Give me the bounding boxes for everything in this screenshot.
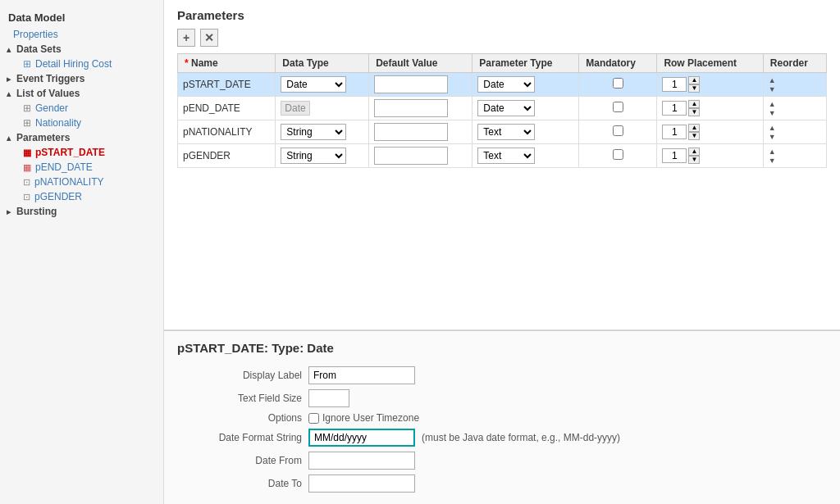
- row2-param-type[interactable]: Date Text: [472, 97, 579, 120]
- row4-spinner-down[interactable]: ▼: [688, 156, 700, 164]
- row4-row-placement[interactable]: ▲ ▼: [657, 144, 763, 168]
- table-row[interactable]: pGENDER String Date Text Date: [178, 144, 827, 168]
- row1-param-type-select[interactable]: Date Text: [477, 76, 535, 93]
- table-row[interactable]: pNATIONALITY String Date Text Date: [178, 120, 827, 144]
- row3-placement-input[interactable]: [662, 125, 687, 139]
- row4-spinner-up[interactable]: ▲: [688, 148, 700, 156]
- sidebar-item-pgender[interactable]: ⊡ pGENDER: [0, 189, 163, 204]
- row1-placement-input[interactable]: [662, 77, 687, 92]
- sidebar-item-list-of-values[interactable]: ▴ List of Values: [0, 86, 163, 101]
- row4-mandatory-checkbox[interactable]: [613, 149, 623, 160]
- row4-default-input[interactable]: [374, 147, 448, 165]
- row2-reorder-down[interactable]: ▼: [769, 109, 821, 117]
- row4-reorder-up[interactable]: ▲: [769, 148, 821, 156]
- row3-spinner-up[interactable]: ▲: [688, 124, 700, 132]
- sidebar-item-data-sets[interactable]: ▴ Data Sets: [0, 42, 163, 57]
- parameters-table: * Name Data Type Default Value Parameter…: [177, 53, 827, 168]
- row3-mandatory-checkbox[interactable]: [613, 125, 623, 136]
- row2-spinner-up[interactable]: ▲: [688, 100, 700, 108]
- row3-row-placement[interactable]: ▲ ▼: [657, 120, 763, 144]
- sidebar-item-pend-date[interactable]: ▦ pEND_DATE: [0, 160, 163, 175]
- row2-default-input[interactable]: [374, 99, 448, 117]
- row4-name: pGENDER: [178, 144, 276, 168]
- text-field-size-input[interactable]: [308, 389, 349, 407]
- date-from-row: Date From: [177, 452, 827, 470]
- detail-title: pSTART_DATE: Type: Date: [177, 341, 827, 358]
- detail-hiring-cost-label: Detail Hiring Cost: [35, 58, 112, 70]
- row4-param-type-select[interactable]: Text Date: [477, 148, 535, 164]
- display-label-row: Display Label: [177, 366, 827, 384]
- date-from-input[interactable]: [308, 452, 415, 470]
- options-row: Options Ignore User Timezone: [177, 412, 827, 424]
- row2-data-type-disabled: Date: [281, 101, 309, 116]
- row1-reorder-down[interactable]: ▼: [769, 85, 821, 93]
- row1-reorder: ▲ ▼: [763, 73, 826, 97]
- row2-row-placement[interactable]: ▲ ▼: [657, 97, 763, 120]
- row2-placement-input[interactable]: [662, 101, 687, 116]
- row2-spinner-btns: ▲ ▼: [688, 100, 700, 116]
- table-row[interactable]: pSTART_DATE Date String Date Text: [178, 73, 827, 97]
- sidebar-item-bursting[interactable]: ▸ Bursting: [0, 204, 163, 219]
- row1-mandatory-checkbox[interactable]: [613, 78, 623, 89]
- lov-icon-nationality: ⊞: [23, 117, 31, 129]
- row2-spinner-down[interactable]: ▼: [688, 108, 700, 116]
- row2-mandatory-checkbox[interactable]: [613, 102, 623, 112]
- row1-spinner-up[interactable]: ▲: [688, 76, 700, 84]
- display-label-input[interactable]: [308, 366, 415, 384]
- row4-reorder: ▲ ▼: [763, 144, 826, 168]
- sidebar-item-pnationality[interactable]: ⊡ pNATIONALITY: [0, 175, 163, 189]
- ignore-timezone-checkbox[interactable]: [308, 413, 319, 424]
- row1-mandatory[interactable]: [579, 73, 657, 97]
- sidebar-item-detail-hiring-cost[interactable]: ⊞ Detail Hiring Cost: [0, 57, 163, 71]
- row2-param-type-select[interactable]: Date Text: [477, 100, 535, 116]
- remove-parameter-button[interactable]: ✕: [200, 29, 218, 47]
- row2-mandatory[interactable]: [579, 97, 657, 120]
- col-parameter-type: Parameter Type: [472, 54, 579, 73]
- row1-spinner-down[interactable]: ▼: [688, 84, 700, 93]
- sidebar-item-properties[interactable]: Properties: [0, 27, 163, 42]
- toolbar: + ✕: [177, 29, 827, 47]
- row3-reorder-down[interactable]: ▼: [769, 133, 821, 141]
- row3-param-type[interactable]: Text Date: [472, 120, 579, 144]
- date-format-input[interactable]: [308, 429, 415, 447]
- row3-default-value[interactable]: [369, 120, 472, 144]
- sidebar-item-parameters[interactable]: ▴ Parameters: [0, 130, 163, 145]
- row1-default-value[interactable]: [369, 73, 472, 97]
- row3-mandatory[interactable]: [579, 120, 657, 144]
- row3-data-type[interactable]: String Date: [276, 120, 369, 144]
- row2-default-value[interactable]: [369, 97, 472, 120]
- row1-reorder-up[interactable]: ▲: [769, 76, 821, 84]
- row4-spinner-btns: ▲ ▼: [688, 148, 700, 164]
- date-to-input[interactable]: [308, 474, 415, 493]
- row1-param-type[interactable]: Date Text: [472, 73, 579, 97]
- row2-reorder-up[interactable]: ▲: [769, 100, 821, 108]
- pgender-label: pGENDER: [34, 191, 82, 202]
- row3-spinner-btns: ▲ ▼: [688, 124, 700, 140]
- sidebar-item-pstart-date[interactable]: ▦ pSTART_DATE: [0, 145, 163, 160]
- row3-name: pNATIONALITY: [178, 120, 276, 144]
- row1-row-placement[interactable]: ▲ ▼: [657, 73, 763, 97]
- col-data-type: Data Type: [276, 54, 369, 73]
- row4-default-value[interactable]: [369, 144, 472, 168]
- row1-data-type-select[interactable]: Date String: [281, 76, 346, 93]
- row1-spinner-btns: ▲ ▼: [688, 76, 700, 93]
- row4-reorder-down[interactable]: ▼: [769, 157, 821, 165]
- row3-param-type-select[interactable]: Text Date: [477, 124, 535, 140]
- table-row[interactable]: pEND_DATE Date Date Text: [178, 97, 827, 120]
- row1-data-type[interactable]: Date String: [276, 73, 369, 97]
- row3-reorder-up[interactable]: ▲: [769, 124, 821, 132]
- event-triggers-label: Event Triggers: [16, 73, 84, 84]
- row4-param-type[interactable]: Text Date: [472, 144, 579, 168]
- sidebar-item-gender[interactable]: ⊞ Gender: [0, 101, 163, 116]
- add-parameter-button[interactable]: +: [177, 29, 195, 47]
- row4-data-type[interactable]: String Date: [276, 144, 369, 168]
- row3-default-input[interactable]: [374, 123, 448, 141]
- row4-placement-input[interactable]: [662, 148, 687, 163]
- row3-spinner-down[interactable]: ▼: [688, 132, 700, 140]
- sidebar-item-nationality[interactable]: ⊞ Nationality: [0, 116, 163, 130]
- row1-default-input[interactable]: [374, 75, 448, 93]
- row3-data-type-select[interactable]: String Date: [281, 124, 346, 140]
- row4-mandatory[interactable]: [579, 144, 657, 168]
- sidebar-item-event-triggers[interactable]: ▸ Event Triggers: [0, 71, 163, 86]
- row4-data-type-select[interactable]: String Date: [281, 148, 346, 164]
